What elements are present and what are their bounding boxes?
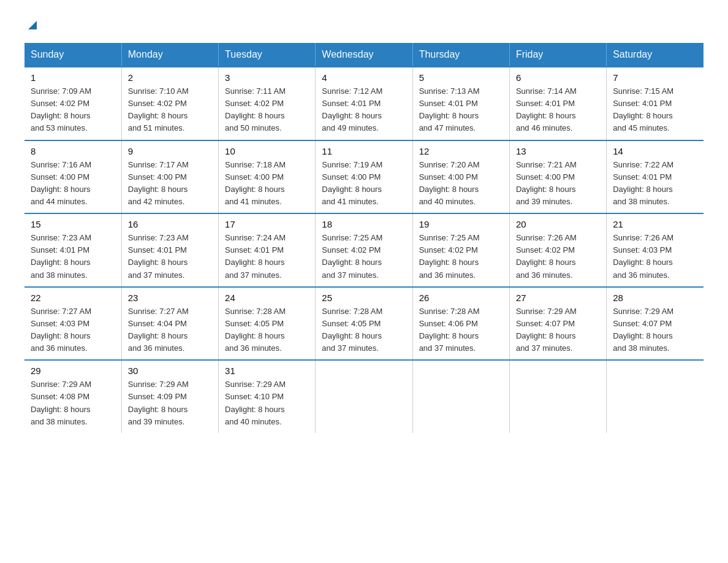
calendar-cell: 28Sunrise: 7:29 AM Sunset: 4:07 PM Dayli…	[607, 287, 703, 361]
day-number: 25	[322, 293, 406, 303]
day-info: Sunrise: 7:12 AM Sunset: 4:01 PM Dayligh…	[322, 85, 406, 135]
calendar-cell: 19Sunrise: 7:25 AM Sunset: 4:02 PM Dayli…	[412, 213, 509, 287]
calendar-cell: 12Sunrise: 7:20 AM Sunset: 4:00 PM Dayli…	[412, 140, 509, 214]
day-info: Sunrise: 7:09 AM Sunset: 4:02 PM Dayligh…	[31, 85, 115, 135]
day-number: 3	[225, 72, 309, 83]
day-info: Sunrise: 7:20 AM Sunset: 4:00 PM Dayligh…	[419, 159, 503, 209]
calendar-cell: 18Sunrise: 7:25 AM Sunset: 4:02 PM Dayli…	[316, 213, 412, 287]
weekday-header-sunday: Sunday	[25, 43, 121, 67]
day-number: 4	[322, 72, 406, 83]
calendar-cell: 27Sunrise: 7:29 AM Sunset: 4:07 PM Dayli…	[509, 287, 606, 361]
weekday-header-thursday: Thursday	[412, 43, 509, 67]
calendar-cell: 16Sunrise: 7:23 AM Sunset: 4:01 PM Dayli…	[121, 213, 218, 287]
day-number: 7	[613, 72, 697, 83]
calendar-cell	[316, 360, 412, 433]
day-info: Sunrise: 7:16 AM Sunset: 4:00 PM Dayligh…	[31, 159, 115, 209]
day-info: Sunrise: 7:29 AM Sunset: 4:10 PM Dayligh…	[225, 378, 309, 428]
weekday-header-row: SundayMondayTuesdayWednesdayThursdayFrid…	[25, 43, 703, 67]
day-number: 31	[225, 366, 309, 376]
calendar-cell: 23Sunrise: 7:27 AM Sunset: 4:04 PM Dayli…	[121, 287, 218, 361]
calendar-cell	[412, 360, 509, 433]
weekday-header-friday: Friday	[509, 43, 606, 67]
day-info: Sunrise: 7:17 AM Sunset: 4:00 PM Dayligh…	[128, 159, 212, 209]
day-number: 26	[419, 293, 503, 303]
day-number: 13	[516, 146, 600, 156]
day-info: Sunrise: 7:27 AM Sunset: 4:04 PM Dayligh…	[128, 305, 212, 355]
day-number: 2	[128, 72, 212, 83]
calendar-cell: 9Sunrise: 7:17 AM Sunset: 4:00 PM Daylig…	[121, 140, 218, 214]
calendar-cell: 21Sunrise: 7:26 AM Sunset: 4:03 PM Dayli…	[607, 213, 703, 287]
day-number: 6	[516, 72, 600, 83]
day-info: Sunrise: 7:25 AM Sunset: 4:02 PM Dayligh…	[322, 232, 406, 282]
calendar-cell: 3Sunrise: 7:11 AM Sunset: 4:02 PM Daylig…	[219, 67, 316, 140]
day-info: Sunrise: 7:15 AM Sunset: 4:01 PM Dayligh…	[613, 85, 697, 135]
day-number: 17	[225, 219, 309, 229]
calendar-cell: 17Sunrise: 7:24 AM Sunset: 4:01 PM Dayli…	[219, 213, 316, 287]
day-number: 15	[31, 219, 115, 229]
day-number: 24	[225, 293, 309, 303]
day-number: 30	[128, 366, 212, 376]
calendar-cell: 5Sunrise: 7:13 AM Sunset: 4:01 PM Daylig…	[412, 67, 509, 140]
day-number: 5	[419, 72, 503, 83]
day-number: 22	[31, 293, 115, 303]
calendar-cell: 1Sunrise: 7:09 AM Sunset: 4:02 PM Daylig…	[25, 67, 121, 140]
day-number: 10	[225, 146, 309, 156]
day-number: 28	[613, 293, 697, 303]
calendar-week-row: 15Sunrise: 7:23 AM Sunset: 4:01 PM Dayli…	[25, 213, 703, 287]
calendar-week-row: 8Sunrise: 7:16 AM Sunset: 4:00 PM Daylig…	[25, 140, 703, 214]
day-info: Sunrise: 7:29 AM Sunset: 4:08 PM Dayligh…	[31, 378, 115, 428]
calendar-table: SundayMondayTuesdayWednesdayThursdayFrid…	[25, 43, 703, 433]
day-info: Sunrise: 7:28 AM Sunset: 4:05 PM Dayligh…	[322, 305, 406, 355]
calendar-cell: 30Sunrise: 7:29 AM Sunset: 4:09 PM Dayli…	[121, 360, 218, 433]
weekday-header-monday: Monday	[121, 43, 218, 67]
calendar-cell: 10Sunrise: 7:18 AM Sunset: 4:00 PM Dayli…	[219, 140, 316, 214]
day-number: 16	[128, 219, 212, 229]
calendar-cell: 6Sunrise: 7:14 AM Sunset: 4:01 PM Daylig…	[509, 67, 606, 140]
day-number: 1	[31, 72, 115, 83]
day-info: Sunrise: 7:13 AM Sunset: 4:01 PM Dayligh…	[419, 85, 503, 135]
day-number: 29	[31, 366, 115, 376]
svg-marker-0	[28, 21, 37, 29]
day-number: 23	[128, 293, 212, 303]
day-info: Sunrise: 7:29 AM Sunset: 4:09 PM Dayligh…	[128, 378, 212, 428]
day-info: Sunrise: 7:23 AM Sunset: 4:01 PM Dayligh…	[128, 232, 212, 282]
day-info: Sunrise: 7:22 AM Sunset: 4:01 PM Dayligh…	[613, 159, 697, 209]
calendar-cell: 31Sunrise: 7:29 AM Sunset: 4:10 PM Dayli…	[219, 360, 316, 433]
calendar-cell: 26Sunrise: 7:28 AM Sunset: 4:06 PM Dayli…	[412, 287, 509, 361]
day-info: Sunrise: 7:28 AM Sunset: 4:05 PM Dayligh…	[225, 305, 309, 355]
day-info: Sunrise: 7:28 AM Sunset: 4:06 PM Dayligh…	[419, 305, 503, 355]
calendar-cell: 22Sunrise: 7:27 AM Sunset: 4:03 PM Dayli…	[25, 287, 121, 361]
day-info: Sunrise: 7:14 AM Sunset: 4:01 PM Dayligh…	[516, 85, 600, 135]
calendar-cell: 25Sunrise: 7:28 AM Sunset: 4:05 PM Dayli…	[316, 287, 412, 361]
day-info: Sunrise: 7:29 AM Sunset: 4:07 PM Dayligh…	[613, 305, 697, 355]
day-info: Sunrise: 7:29 AM Sunset: 4:07 PM Dayligh…	[516, 305, 600, 355]
day-number: 9	[128, 146, 212, 156]
weekday-header-tuesday: Tuesday	[219, 43, 316, 67]
day-info: Sunrise: 7:26 AM Sunset: 4:02 PM Dayligh…	[516, 232, 600, 282]
day-info: Sunrise: 7:11 AM Sunset: 4:02 PM Dayligh…	[225, 85, 309, 135]
day-info: Sunrise: 7:18 AM Sunset: 4:00 PM Dayligh…	[225, 159, 309, 209]
day-number: 12	[419, 146, 503, 156]
day-info: Sunrise: 7:26 AM Sunset: 4:03 PM Dayligh…	[613, 232, 697, 282]
day-number: 19	[419, 219, 503, 229]
day-info: Sunrise: 7:23 AM Sunset: 4:01 PM Dayligh…	[31, 232, 115, 282]
calendar-week-row: 1Sunrise: 7:09 AM Sunset: 4:02 PM Daylig…	[25, 67, 703, 140]
calendar-cell: 11Sunrise: 7:19 AM Sunset: 4:00 PM Dayli…	[316, 140, 412, 214]
calendar-cell: 29Sunrise: 7:29 AM Sunset: 4:08 PM Dayli…	[25, 360, 121, 433]
weekday-header-wednesday: Wednesday	[316, 43, 412, 67]
weekday-header-saturday: Saturday	[607, 43, 703, 67]
calendar-cell	[607, 360, 703, 433]
calendar-cell	[509, 360, 606, 433]
day-info: Sunrise: 7:24 AM Sunset: 4:01 PM Dayligh…	[225, 232, 309, 282]
calendar-cell: 13Sunrise: 7:21 AM Sunset: 4:00 PM Dayli…	[509, 140, 606, 214]
day-number: 14	[613, 146, 697, 156]
day-info: Sunrise: 7:19 AM Sunset: 4:00 PM Dayligh…	[322, 159, 406, 209]
calendar-cell: 4Sunrise: 7:12 AM Sunset: 4:01 PM Daylig…	[316, 67, 412, 140]
day-number: 27	[516, 293, 600, 303]
logo	[25, 18, 39, 31]
calendar-week-row: 29Sunrise: 7:29 AM Sunset: 4:08 PM Dayli…	[25, 360, 703, 433]
day-info: Sunrise: 7:27 AM Sunset: 4:03 PM Dayligh…	[31, 305, 115, 355]
calendar-cell: 20Sunrise: 7:26 AM Sunset: 4:02 PM Dayli…	[509, 213, 606, 287]
calendar-cell: 7Sunrise: 7:15 AM Sunset: 4:01 PM Daylig…	[607, 67, 703, 140]
calendar-cell: 14Sunrise: 7:22 AM Sunset: 4:01 PM Dayli…	[607, 140, 703, 214]
